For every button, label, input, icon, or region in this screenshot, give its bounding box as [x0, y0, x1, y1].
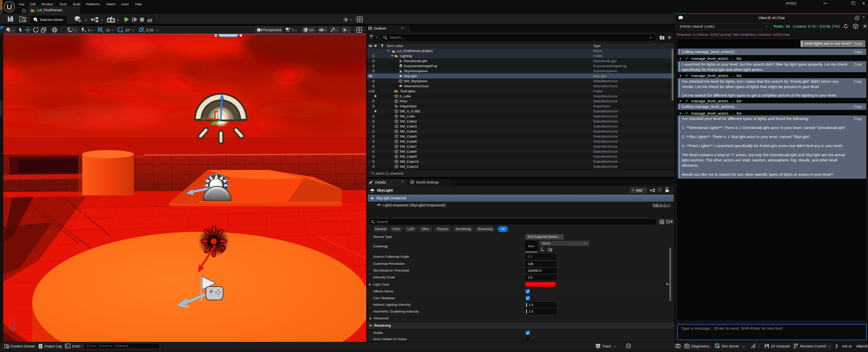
svg-text:Z: Z	[12, 318, 14, 322]
svg-text:Y: Y	[9, 325, 11, 329]
svg-text:X: X	[5, 329, 7, 332]
